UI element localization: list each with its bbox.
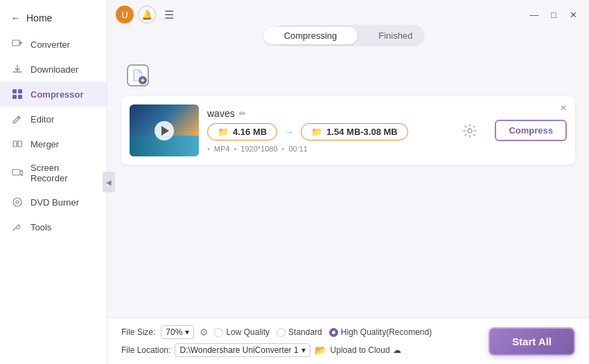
sidebar-item-screen-recorder[interactable]: Screen Recorder [0,156,107,190]
sidebar-item-dvd-burner[interactable]: DVD Burner [0,190,107,215]
settings-icon-button[interactable] [457,118,482,143]
file-size-row: File Size: 70% ▾ ⚙ Low Quality Standard [121,325,432,339]
upload-to-cloud-button[interactable]: Upload to Cloud ☁ [331,345,401,355]
tab-finished[interactable]: Finished [358,27,433,44]
start-all-button[interactable]: Start All [489,327,575,356]
file-card-close-button[interactable]: ✕ [557,102,570,114]
svg-rect-2 [18,89,22,93]
size-row: 📁 4.16 MB → 📁 1.54 MB-3.08 MB [207,123,445,140]
downloader-icon [11,63,24,75]
open-folder-icon[interactable]: 📂 [315,345,326,356]
sidebar-item-downloader[interactable]: Downloader [0,57,107,82]
sidebar-item-converter[interactable]: Converter [0,32,107,57]
size-arrow: → [284,127,294,138]
original-size-box: 📁 4.16 MB [207,123,277,140]
cloud-icon: ☁ [393,345,401,355]
file-size-select[interactable]: 70% ▾ [161,325,194,339]
svg-rect-5 [12,170,20,175]
file-location-path[interactable]: D:\Wondershare UniConverter 1 ▾ [175,343,310,357]
sidebar-item-label: Compressor [30,89,84,100]
svg-point-10 [468,129,472,133]
quality-low-option[interactable]: Low Quality [214,327,270,337]
original-size-value: 4.16 MB [233,127,267,137]
tools-icon [11,221,24,233]
quality-options: Low Quality Standard High Quality(Recome… [214,327,432,337]
file-resolution: 1920*1080 [240,145,277,153]
converter-icon [11,38,24,51]
bottom-bar: File Size: 70% ▾ ⚙ Low Quality Standard [107,318,589,364]
add-file-button[interactable] [121,62,155,89]
sidebar-collapse-button[interactable]: ◀ [103,172,115,192]
maximize-button[interactable]: □ [546,7,561,22]
file-format: MP4 [214,145,230,153]
play-button-icon[interactable] [155,121,174,140]
location-path-text: D:\Wondershare UniConverter 1 [179,345,298,355]
compressor-icon [11,88,24,100]
content-area: ✕ waves ✏ 📁 [107,62,589,318]
sidebar-item-compressor[interactable]: Compressor [0,82,107,107]
file-name: waves [207,108,235,119]
minimize-button[interactable]: — [527,7,542,22]
back-label: Home [26,12,52,24]
svg-rect-1 [12,89,17,93]
file-location-label: File Location: [121,345,170,355]
close-button[interactable]: ✕ [565,7,581,22]
svg-point-7 [16,201,19,203]
svg-rect-4 [18,95,22,99]
back-arrow-icon: ← [11,12,21,24]
sidebar-item-label: Screen Recorder [30,163,96,183]
bottom-left-controls: File Size: 70% ▾ ⚙ Low Quality Standard [121,325,432,357]
file-card: ✕ waves ✏ 📁 [121,96,575,165]
file-size-label: File Size: [121,327,155,337]
sidebar-item-label: Tools [30,222,51,233]
user-avatar-icon[interactable]: U [116,6,134,24]
file-location-row: File Location: D:\Wondershare UniConvert… [121,343,432,357]
quality-settings-icon[interactable]: ⚙ [200,327,209,338]
dropdown-arrow-icon: ▾ [185,327,189,337]
add-file-icon [127,64,149,87]
sidebar-item-editor[interactable]: Editor [0,107,107,131]
sidebar-item-label: Editor [30,114,54,125]
compress-button[interactable]: Compress [495,120,567,141]
file-duration: 00:11 [288,145,308,153]
svg-point-6 [13,198,21,206]
location-dropdown-arrow-icon: ▾ [301,345,306,355]
topbar-icons: U 🔔 ☰ [116,6,178,24]
hamburger-menu-icon[interactable]: ☰ [160,6,178,24]
compressed-size-value: 1.54 MB-3.08 MB [326,127,398,137]
sidebar-item-label: Converter [30,39,70,50]
quality-low-label: Low Quality [226,327,270,337]
quality-standard-radio[interactable] [276,328,285,337]
sidebar: ← Home Converter Downloader [0,0,107,364]
file-name-row: waves ✏ [207,108,445,119]
svg-rect-0 [12,40,19,46]
folder-compressed-icon: 📁 [311,127,322,137]
compressed-size-box: 📁 1.54 MB-3.08 MB [301,123,408,140]
merger-icon [11,138,24,150]
sidebar-item-merger[interactable]: Merger [0,131,107,156]
dvd-burner-icon [11,196,24,208]
quality-high-label: High Quality(Recomend) [341,327,432,337]
notification-bell-icon[interactable]: 🔔 [138,6,156,24]
svg-rect-3 [12,95,17,99]
sidebar-item-tools[interactable]: Tools [0,215,107,239]
header-top: U 🔔 ☰ — □ ✕ [107,0,589,25]
edit-filename-icon[interactable]: ✏ [239,109,246,118]
quality-high-radio[interactable] [329,328,338,337]
editor-icon [11,113,24,125]
quality-low-radio[interactable] [214,328,223,337]
file-meta-original: • MP4 • 1920*1080 • 00:11 [207,145,445,153]
main-content: U 🔔 ☰ — □ ✕ Compressing Finished [107,0,589,364]
sidebar-item-label: Downloader [30,64,78,75]
file-thumbnail [130,104,199,156]
back-button[interactable]: ← Home [0,7,107,32]
quality-standard-label: Standard [288,327,322,337]
folder-original-icon: 📁 [218,127,229,137]
tab-compressing[interactable]: Compressing [263,27,358,44]
tab-bar: Compressing Finished [272,25,425,46]
sidebar-item-label: Merger [30,139,59,149]
quality-standard-option[interactable]: Standard [276,327,322,337]
file-size-percent: 70% [166,327,182,337]
quality-high-option[interactable]: High Quality(Recomend) [329,327,432,337]
screen-recorder-icon [11,167,24,179]
